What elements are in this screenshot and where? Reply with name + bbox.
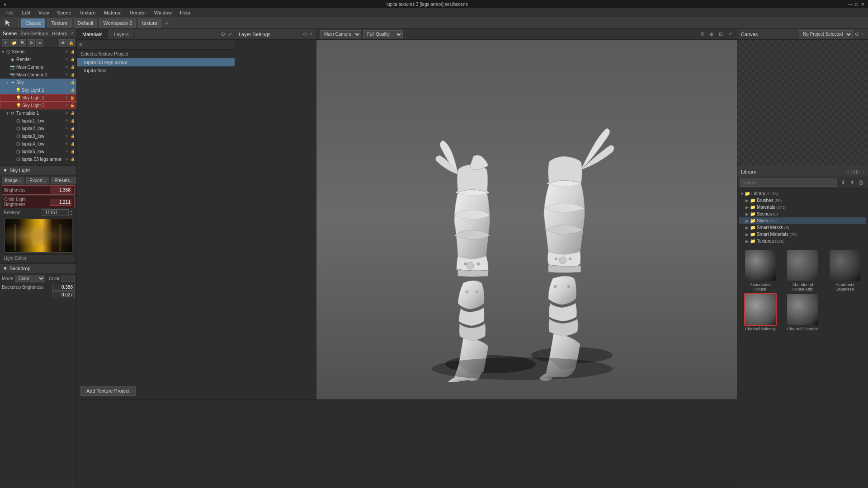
vp-expand-icon[interactable]: ↗ [726,31,733,38]
lib-folder-skies[interactable]: ▶ 📁 Skies (191) [739,217,866,224]
lib-up-icon[interactable]: ↑ [862,169,864,175]
menu-texture[interactable]: Texture [76,9,99,16]
menu-edit[interactable]: Edit [18,9,34,16]
toolbar-texture2-btn[interactable]: texture [138,19,161,28]
scene-add-btn[interactable]: + [2,39,9,47]
tree-render[interactable]: ◈ Render 👁 🔒 [0,56,76,63]
tree-sky[interactable]: ▼ ☀ Sky 👁 🔒 [0,79,76,86]
vp-settings-icon[interactable]: ⚙ [699,31,706,38]
rotation-up-btn[interactable]: ▲ [70,210,73,213]
lib-folder-smart-masks[interactable]: ▶ 📁 Smart Masks (8) [739,224,866,231]
scene-tab[interactable]: Scene [3,31,17,36]
ls-settings-icon[interactable]: ⚙ [303,32,307,37]
menu-view[interactable]: View [35,9,53,16]
canvas-project-select[interactable]: No Project Selected [799,30,853,38]
layer-settings-header: Layer Settings ⚙ ↗ [235,29,316,40]
lib-item-abandoned-house[interactable]: Abandoned House [740,249,781,291]
tool-settings-tab[interactable]: Tool Settings [19,31,48,36]
brightness-input[interactable] [50,187,72,193]
mat-item-floor[interactable]: lupita floor [77,66,235,75]
sky-light-header[interactable]: ▼ Sky Light [0,166,76,175]
lib-folder-smart-materials[interactable]: ▶ 📁 Smart Materials (79) [739,231,866,238]
color-swatch[interactable] [61,276,75,282]
image-button[interactable]: Image... [2,177,24,184]
scene-expand-icon[interactable]: ↗ [70,31,74,36]
mode-select[interactable]: Color Image Gradient [15,275,45,282]
tree-lupita5[interactable]: ⬡ lupita5_low 👁 🔒 [0,148,76,155]
tree-main-camera[interactable]: 📷 Main Camera 👁 🔒 [0,63,76,71]
backdrop-section: ▼ Backdrop Mode Color Image Gradient Col… [0,263,76,301]
ls-expand-icon[interactable]: ↗ [309,32,312,37]
menu-render[interactable]: Render [126,9,150,16]
minimize-button[interactable]: — [848,2,853,7]
menu-scene[interactable]: Scene [53,9,75,16]
tree-sky-light-3[interactable]: 💡 Sky Light 3 👁 🔒 [0,102,76,109]
lib-folder-textures[interactable]: ▶ 📁 Textures (126) [739,238,866,244]
lib-upload-icon[interactable]: ⬆ [848,178,856,187]
backdrop-header[interactable]: ▼ Backdrop [0,264,76,273]
toolbar-classic-btn[interactable]: Classic [21,19,45,28]
skylight1-eye-icon: 👁 [64,88,70,93]
tree-legs-armor[interactable]: ⬡ lupita 03 legs armor 👁 🔒 [0,155,76,163]
lib-delete-icon[interactable]: 🗑 [857,178,865,187]
close-button[interactable]: ✕ [861,2,864,7]
backdrop-value2-input[interactable] [52,291,75,298]
lib-download-icon[interactable]: ⬇ [839,178,847,187]
scene-search-btn[interactable]: 🔍 [19,39,26,47]
export-button[interactable]: Export... [26,177,49,184]
tree-lupita3[interactable]: ⬡ lupita3_low 👁 🔒 [0,132,76,140]
lib-item-apartment-japanese[interactable]: Apartment Japanese [825,249,865,291]
lib-forward-icon[interactable]: ▷ [856,169,860,175]
presets-button[interactable]: Presets... [51,177,76,184]
library-search-input[interactable] [740,178,837,187]
mat-item-legs-armor[interactable]: lupita 03 legs armor [77,58,235,66]
backdrop-brightness-input[interactable] [52,284,75,291]
scene-vis-btn[interactable]: 👁 [59,39,66,47]
vp-camera-icon[interactable]: ◉ [708,31,715,38]
tree-sky-light-1[interactable]: 💡 Sky Light 1 👁 🔒 [0,86,76,94]
layers-tab[interactable]: Layers [108,29,135,39]
menu-file[interactable]: File [2,9,17,16]
history-tab[interactable]: History [52,31,67,36]
lib-folder-brushes[interactable]: ▶ 📁 Brushes (56) [739,197,866,204]
canvas-settings-icon[interactable]: ⚙ [854,31,859,38]
tree-turntable[interactable]: ▼ ↺ Turntable 1 👁 🔒 [0,109,76,117]
child-light-input[interactable] [50,199,72,206]
scene-folder-btn[interactable]: 📁 [10,39,18,47]
tree-scene[interactable]: ▼ ⬡ Scene 👁 🔒 [0,48,76,56]
lib-folder-materials[interactable]: ▶ 📁 Materials (873) [739,204,866,211]
vp-layout-icon[interactable]: ⊞ [717,31,724,38]
mat-settings-icon[interactable]: ⚙ [221,31,226,38]
scene-filter-btn[interactable]: ≡ [36,39,43,47]
rotation-down-btn[interactable]: ▼ [70,213,73,216]
toolbar-default-btn[interactable]: Default [74,19,98,28]
tree-lupita4[interactable]: ⬡ lupita4_low 👁 🔒 [0,140,76,148]
materials-tab[interactable]: Materials [77,29,108,39]
scene-lock-btn[interactable]: 🔒 [67,39,75,47]
camera-select[interactable]: Main Camera [320,30,361,38]
lib-folder-library[interactable]: ▼ 📁 Library (1133) [739,190,866,197]
toolbar-add-btn[interactable]: + [163,19,170,27]
quality-select[interactable]: Full Quality Performance [363,30,403,38]
lib-item-city-hall-balcony[interactable]: City Hall Balcony [740,293,781,331]
maximize-button[interactable]: □ [855,2,858,7]
viewport-content[interactable] [316,40,737,399]
lib-item-abandoned-house-attic[interactable]: Abandoned House Attic [783,249,823,291]
lib-home-icon[interactable]: ⌂ [846,169,849,175]
scene-settings-btn[interactable]: ⚙ [28,39,35,47]
tree-sky-light-2[interactable]: 💡 Sky Light 2 👁 🔒 [0,94,76,102]
tree-lupita1[interactable]: ⬡ lupita1_low 👁 🔒 [0,117,76,125]
canvas-add-icon[interactable]: + [861,31,864,38]
tree-main-camera-0[interactable]: 📷 Main Camera 0 👁 🔒 [0,71,76,79]
lib-folder-scenes[interactable]: ▶ 📁 Scenes (6) [739,211,866,217]
lib-back-icon[interactable]: ◁ [851,169,855,175]
add-texture-button[interactable]: Add Texture Project [80,386,136,396]
menu-help[interactable]: Help [176,9,194,16]
mat-expand-icon[interactable]: ↗ [227,31,232,38]
tree-lupita2[interactable]: ⬡ lupita2_low 👁 🔒 [0,125,76,132]
menu-material[interactable]: Material [100,9,125,16]
lib-item-city-hall-corridor[interactable]: City Hall Corridor [783,293,823,331]
toolbar-texture-btn[interactable]: Texture [47,19,71,28]
toolbar-workspace2-btn[interactable]: Workspace 2 [99,19,136,28]
menu-window[interactable]: Window [151,9,175,16]
